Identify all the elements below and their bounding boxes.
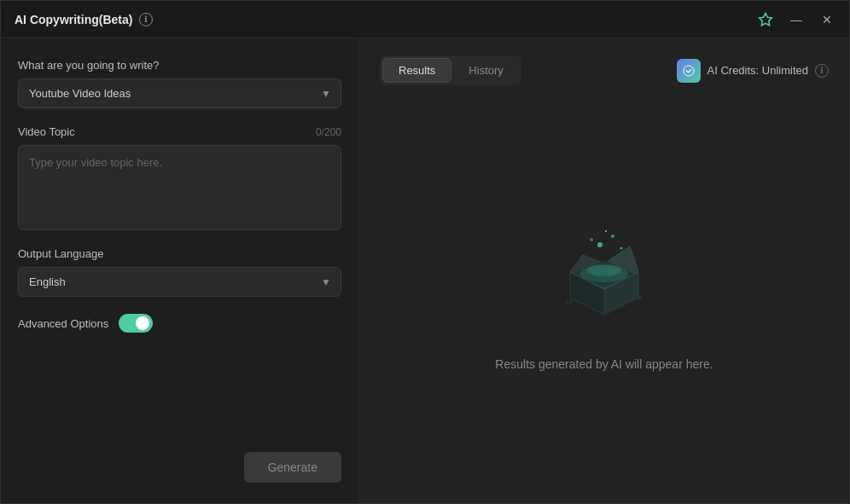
svg-point-3	[620, 247, 623, 250]
minimize-button[interactable]: —	[788, 11, 805, 28]
write-type-select[interactable]: Youtube Video Ideas Blog Post Product De…	[18, 78, 341, 108]
svg-rect-14	[565, 298, 573, 305]
advanced-options-row: Advanced Options	[18, 314, 341, 333]
title-bar-right: — ✕	[757, 11, 835, 28]
video-topic-label-row: Video Topic 0/200	[18, 125, 341, 138]
svg-point-1	[597, 242, 603, 247]
svg-rect-15	[637, 296, 643, 301]
advanced-options-toggle[interactable]	[119, 314, 153, 333]
write-type-section: What are you going to write? Youtube Vid…	[18, 59, 341, 108]
title-bar: AI Copywriting(Beta) ℹ — ✕	[1, 1, 849, 38]
empty-state-text: Results generated by AI will appear here…	[495, 357, 713, 371]
ai-credits: AI Credits: Unlimited ℹ	[677, 59, 829, 83]
output-language-label: Output Language	[18, 247, 341, 260]
ai-credits-icon	[677, 59, 701, 83]
right-panel-header: Results History AI Credits: Unlimited ℹ	[380, 55, 829, 85]
main-content: What are you going to write? Youtube Vid…	[1, 38, 849, 503]
char-count: 0/200	[316, 126, 341, 138]
svg-point-2	[611, 235, 614, 238]
close-button[interactable]: ✕	[818, 11, 835, 28]
svg-point-13	[587, 264, 621, 276]
ai-credits-label: AI Credits: Unlimited	[707, 64, 808, 77]
language-select[interactable]: English Spanish French German Chinese	[18, 267, 341, 297]
tab-results[interactable]: Results	[382, 58, 451, 83]
write-type-select-wrapper: Youtube Video Ideas Blog Post Product De…	[18, 78, 341, 108]
language-select-wrapper: English Spanish French German Chinese ▼	[18, 267, 341, 297]
write-type-label: What are you going to write?	[18, 59, 341, 72]
info-icon[interactable]: ℹ	[139, 13, 153, 26]
app-title: AI Copywriting(Beta)	[15, 13, 132, 26]
pin-icon[interactable]	[757, 11, 774, 28]
generate-button[interactable]: Generate	[244, 452, 341, 483]
tabs-group: Results History	[380, 55, 521, 85]
box-illustration	[536, 221, 672, 340]
svg-point-5	[605, 230, 607, 232]
generate-btn-container: Generate	[18, 452, 341, 483]
advanced-options-label: Advanced Options	[18, 317, 108, 330]
video-topic-section: Video Topic 0/200	[18, 125, 341, 230]
app-window: AI Copywriting(Beta) ℹ — ✕ What are you …	[0, 0, 850, 504]
tab-history[interactable]: History	[453, 58, 518, 83]
video-topic-label: Video Topic	[18, 125, 75, 138]
left-panel: What are you going to write? Youtube Vid…	[1, 38, 359, 503]
title-bar-left: AI Copywriting(Beta) ℹ	[15, 13, 153, 26]
output-language-section: Output Language English Spanish French G…	[18, 247, 341, 297]
video-topic-input[interactable]	[18, 145, 341, 230]
svg-point-4	[590, 238, 593, 241]
credits-info-icon[interactable]: ℹ	[815, 64, 829, 78]
empty-state: Results generated by AI will appear here…	[380, 106, 829, 486]
right-panel: Results History AI Credits: Unlimited ℹ	[359, 38, 849, 503]
svg-point-0	[684, 66, 694, 76]
